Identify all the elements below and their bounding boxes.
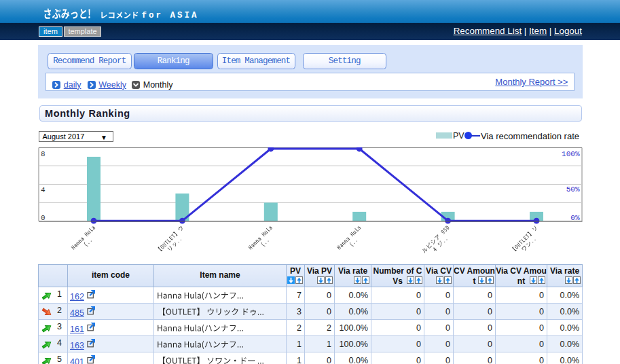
svg-text:50%: 50% xyxy=(566,185,580,194)
svg-text:0%: 0% xyxy=(570,214,580,222)
svg-text:0: 0 xyxy=(41,214,45,222)
svg-text:for ASIA: for ASIA xyxy=(142,11,199,20)
svg-text:8: 8 xyxy=(41,150,45,158)
svg-text:100%: 100% xyxy=(562,150,580,158)
svg-text:4: 4 xyxy=(41,186,45,194)
